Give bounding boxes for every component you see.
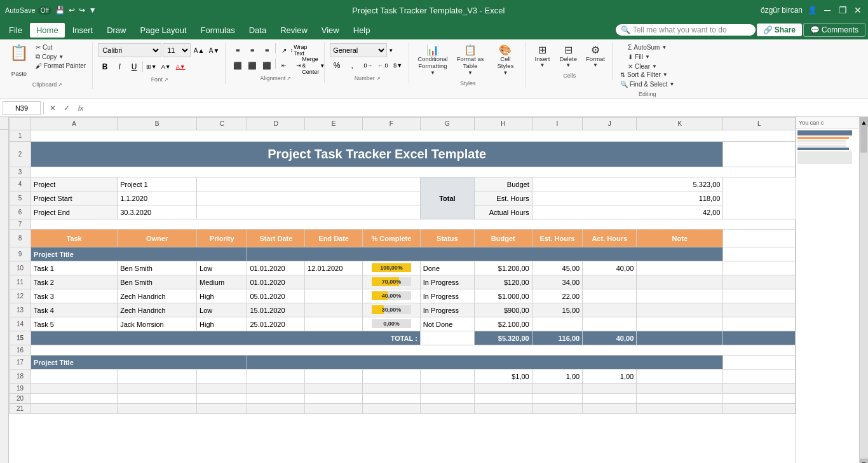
task1-act[interactable]: 40,00: [583, 261, 637, 275]
project-start-label[interactable]: Project Start: [31, 191, 118, 205]
percent-button[interactable]: %: [330, 59, 344, 73]
format-painter-button[interactable]: 🖌 Format Painter: [33, 62, 88, 70]
scroll-thumb[interactable]: [860, 127, 867, 153]
task1-priority[interactable]: Low: [197, 261, 247, 275]
task1-end[interactable]: 12.01.2020: [305, 261, 363, 275]
budget-value[interactable]: 5.323,00: [532, 177, 723, 191]
number-expand-arrow[interactable]: ▼: [388, 48, 393, 53]
find-select-button[interactable]: 🔍 Find & Select ▼: [618, 80, 677, 88]
align-top-left-button[interactable]: ≡: [231, 43, 245, 57]
alignment-expand-icon[interactable]: ↗: [287, 76, 291, 81]
wrap-text-button[interactable]: ↕ Wrap Text: [292, 43, 306, 57]
task1-status[interactable]: Done: [420, 261, 474, 275]
p2-act1[interactable]: 1,00: [583, 370, 637, 384]
task5-est[interactable]: [532, 317, 582, 331]
actual-hours-value[interactable]: 42,00: [532, 205, 723, 219]
restore-button[interactable]: ❐: [837, 5, 848, 15]
task5-note[interactable]: [637, 317, 723, 331]
customize-icon[interactable]: ▼: [89, 6, 97, 15]
minimize-button[interactable]: ─: [822, 5, 832, 15]
font-size-select[interactable]: 11: [163, 43, 191, 57]
confirm-formula-button[interactable]: ✓: [60, 102, 73, 114]
total-note-empty[interactable]: [637, 331, 723, 345]
menu-formulas[interactable]: Formulas: [194, 23, 241, 38]
task5-name[interactable]: Task 5: [31, 317, 118, 331]
project2-title[interactable]: Project Title: [31, 356, 247, 370]
task1-owner[interactable]: Ben Smith: [118, 261, 197, 275]
merge-center-button[interactable]: Merge & Center ▼: [306, 59, 320, 73]
insert-function-button[interactable]: fx: [74, 102, 87, 114]
col-header-D[interactable]: D: [247, 118, 305, 130]
align-left-button[interactable]: ⬛: [231, 59, 245, 73]
decrease-decimal-button[interactable]: ←.0: [376, 59, 390, 73]
task3-priority[interactable]: High: [197, 289, 247, 303]
total-act-hours[interactable]: 40,00: [583, 331, 637, 345]
col-header-E[interactable]: E: [305, 118, 363, 130]
total-budget[interactable]: $5.320,00: [474, 331, 532, 345]
task1-budget[interactable]: $1.200,00: [474, 261, 532, 275]
task4-est[interactable]: 15,00: [532, 303, 582, 317]
col-header-B[interactable]: B: [118, 118, 197, 130]
task2-budget[interactable]: $120,00: [474, 275, 532, 289]
task5-start[interactable]: 25.01.2020: [247, 317, 305, 331]
p2-status1[interactable]: [420, 370, 474, 384]
est-hours-label[interactable]: Est. Hours: [474, 191, 532, 205]
col-owner[interactable]: Owner: [118, 230, 197, 247]
task5-end[interactable]: [305, 317, 363, 331]
menu-page-layout[interactable]: Page Layout: [134, 23, 193, 38]
menu-draw[interactable]: Draw: [100, 23, 132, 38]
task3-name[interactable]: Task 3: [31, 289, 118, 303]
task3-status[interactable]: In Progress: [420, 289, 474, 303]
scroll-up-button[interactable]: ▲: [860, 117, 868, 127]
underline-button[interactable]: U: [127, 60, 141, 74]
task1-est[interactable]: 45,00: [532, 261, 582, 275]
italic-button[interactable]: I: [112, 60, 126, 74]
align-top-center-button[interactable]: ≡: [245, 43, 259, 57]
row7-empty[interactable]: [31, 219, 796, 230]
align-top-right-button[interactable]: ≡: [260, 43, 274, 57]
task4-name[interactable]: Task 4: [31, 303, 118, 317]
share-button[interactable]: 🔗Share: [757, 24, 802, 36]
task3-complete[interactable]: 40,00%: [363, 289, 421, 303]
p2-est1[interactable]: 1,00: [532, 370, 582, 384]
menu-view[interactable]: View: [315, 23, 346, 38]
font-color-button[interactable]: A▼: [173, 60, 187, 74]
undo-icon[interactable]: ↩: [69, 6, 75, 15]
delete-cell-button[interactable]: ⊟ Delete ▼: [556, 43, 580, 70]
cell-reference-input[interactable]: [3, 101, 41, 115]
font-name-select[interactable]: Calibri: [98, 43, 161, 57]
menu-home[interactable]: Home: [30, 23, 65, 38]
total-status-empty[interactable]: [420, 331, 474, 345]
row13-extra[interactable]: [723, 303, 796, 317]
col-header-J[interactable]: J: [583, 118, 637, 130]
task4-budget[interactable]: $900,00: [474, 303, 532, 317]
clipboard-expand-icon[interactable]: ↗: [58, 82, 62, 88]
col-priority[interactable]: Priority: [197, 230, 247, 247]
task3-budget[interactable]: $1.000,00: [474, 289, 532, 303]
task4-complete[interactable]: 30,00%: [363, 303, 421, 317]
align-center-button[interactable]: ⬛: [245, 59, 259, 73]
task2-complete[interactable]: 70,00%: [363, 275, 421, 289]
number-expand-icon[interactable]: ↗: [376, 76, 381, 81]
profile-icon[interactable]: 👤: [808, 6, 817, 15]
row17-extra[interactable]: [723, 356, 796, 370]
task2-name[interactable]: Task 2: [31, 275, 118, 289]
paste-button[interactable]: 📋 Paste: [6, 43, 32, 79]
col-note[interactable]: Note: [637, 230, 723, 247]
task3-act[interactable]: [583, 289, 637, 303]
spreadsheet-title[interactable]: Project Task Tracker Excel Template: [31, 142, 723, 167]
task4-owner[interactable]: Zech Handrich: [118, 303, 197, 317]
cut-button[interactable]: ✂ Cut: [33, 43, 88, 52]
project-end-label[interactable]: Project End: [31, 205, 118, 219]
redo-icon[interactable]: ↪: [79, 6, 85, 15]
row8-extra[interactable]: [723, 230, 796, 247]
row5-gap[interactable]: [197, 191, 421, 205]
scroll-down-button[interactable]: ▼: [860, 459, 868, 463]
angle-up-button[interactable]: ↗: [277, 43, 291, 57]
project-start-value[interactable]: 1.1.2020: [118, 191, 197, 205]
decrease-font-button[interactable]: A▼: [207, 43, 221, 57]
increase-font-button[interactable]: A▲: [192, 43, 206, 57]
col-header-A[interactable]: A: [31, 118, 118, 130]
task1-complete[interactable]: 100,00%: [363, 261, 421, 275]
task2-note[interactable]: [637, 275, 723, 289]
